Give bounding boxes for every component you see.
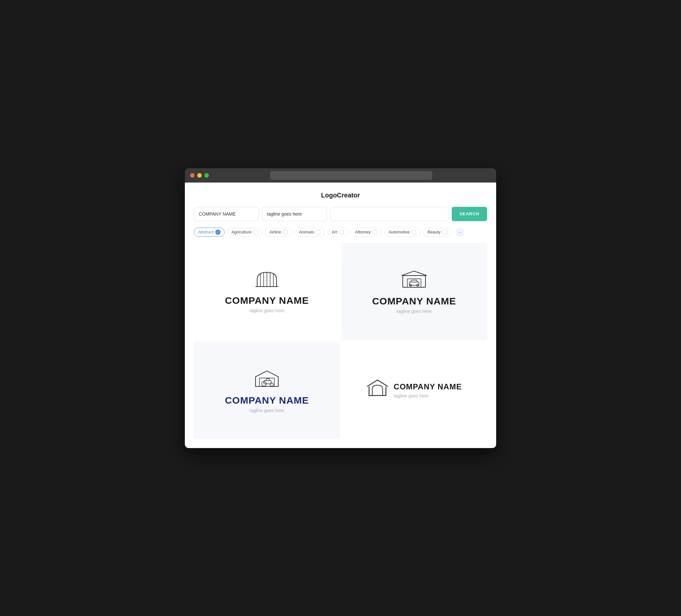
logo-card-3[interactable]: COMPANY NAME tagline goes here xyxy=(194,342,340,439)
search-button[interactable]: SEARCH xyxy=(452,207,487,221)
logo-card[interactable]: COMPANY NAME tagline goes here xyxy=(194,243,340,340)
filter-check-icon: ✓ xyxy=(316,230,321,235)
filter-chip-abstract[interactable]: Abstract✓ xyxy=(194,228,225,237)
logo-icon-1 xyxy=(254,271,280,290)
tagline-input[interactable] xyxy=(262,207,327,221)
filter-label: Abstract xyxy=(198,230,214,234)
titlebar xyxy=(185,168,496,182)
logo-card-2[interactable]: COMPANY NAME tagline goes here xyxy=(341,243,487,340)
svg-rect-8 xyxy=(409,282,419,285)
filter-label: Automotive xyxy=(388,230,409,234)
app-content: LogoCreator SEARCH Abstract✓Agriculture✓… xyxy=(185,182,496,448)
filter-label: Agriculture xyxy=(231,230,252,234)
filter-bar: Abstract✓Agriculture✓Airline✓Animals✓Art… xyxy=(194,228,487,237)
company-name-input[interactable] xyxy=(194,207,259,221)
logo-icon-2 xyxy=(400,270,428,290)
svg-rect-14 xyxy=(264,381,271,384)
filter-label: Attorney xyxy=(355,230,371,234)
logo-card-4[interactable]: COMPANY NAME tagline goes here xyxy=(341,342,487,439)
filter-next-button[interactable]: → xyxy=(456,228,465,237)
close-button[interactable] xyxy=(190,173,195,178)
search-bar: SEARCH xyxy=(194,207,487,221)
svg-point-13 xyxy=(270,383,273,386)
logo-tagline-2: tagline goes here xyxy=(397,309,431,314)
logo-tagline-4: tagline goes here xyxy=(394,393,462,399)
maximize-button[interactable] xyxy=(204,173,209,178)
filter-label: Beauty xyxy=(427,230,440,234)
filter-label: Airline xyxy=(270,230,281,234)
app-window: LogoCreator SEARCH Abstract✓Agriculture✓… xyxy=(185,168,496,448)
svg-rect-11 xyxy=(259,378,274,386)
url-bar xyxy=(270,171,432,180)
app-title: LogoCreator xyxy=(194,191,487,199)
filter-check-icon: ✓ xyxy=(339,230,344,235)
logo-tagline-1: tagline goes here xyxy=(249,308,284,313)
logo-icon-4 xyxy=(367,377,388,398)
filter-check-icon: ✓ xyxy=(442,230,448,235)
keyword-input[interactable] xyxy=(330,207,449,221)
logo-company-name-4: COMPANY NAME xyxy=(394,382,462,391)
filter-chip-automotive[interactable]: Automotive✓ xyxy=(384,228,421,237)
filter-check-icon: ✓ xyxy=(215,230,221,235)
filter-label: Art xyxy=(332,230,337,234)
filter-chip-attorney[interactable]: Attorney✓ xyxy=(351,228,382,237)
logo-grid: COMPANY NAME tagline goes here xyxy=(194,243,487,439)
logo-horizontal-layout: COMPANY NAME tagline goes here xyxy=(367,377,462,403)
logo-tagline-3: tagline goes here xyxy=(249,408,284,413)
filter-check-icon: ✓ xyxy=(411,230,417,235)
filter-label: Animals xyxy=(299,230,314,234)
logo-company-name-1: COMPANY NAME xyxy=(225,295,309,306)
logo-company-name-3: COMPANY NAME xyxy=(225,395,309,406)
filter-check-icon: ✓ xyxy=(283,230,288,235)
logo-text-4: COMPANY NAME tagline goes here xyxy=(394,382,462,399)
filter-chip-agriculture[interactable]: Agriculture✓ xyxy=(227,228,263,237)
filter-chip-beauty[interactable]: Beauty✓ xyxy=(423,228,451,237)
logo-company-name-2: COMPANY NAME xyxy=(372,296,456,307)
filter-chip-animals[interactable]: Animals✓ xyxy=(295,228,325,237)
filter-check-icon: ✓ xyxy=(372,230,377,235)
filter-chip-art[interactable]: Art✓ xyxy=(328,228,348,237)
filter-check-icon: ✓ xyxy=(253,230,258,235)
minimize-button[interactable] xyxy=(197,173,202,178)
filter-chip-airline[interactable]: Airline✓ xyxy=(265,228,292,237)
logo-icon-3 xyxy=(253,368,281,390)
